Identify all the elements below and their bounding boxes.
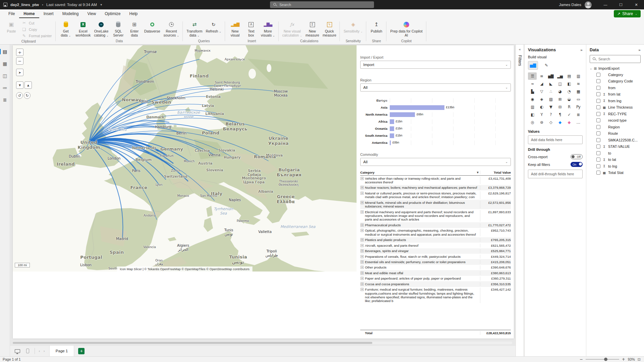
prep-data-for-copilot-button[interactable]: Prep data for CopilotAI [389, 19, 424, 38]
field-checkbox[interactable] [596, 118, 600, 122]
visual-type-icon[interactable]: ≡ [537, 72, 546, 80]
table-row[interactable]: +Other products£390,648,676 [360, 265, 511, 270]
transform-button[interactable]: ⇄Transformdata ⌄ [185, 19, 204, 38]
new-visual-button[interactable]: ƒxNew visualcalculation ⌄ [281, 19, 304, 38]
fields-search-input[interactable] [598, 57, 635, 61]
map-zoom-out-button[interactable]: − [16, 57, 23, 65]
page-tab[interactable]: Page 1 [49, 346, 74, 357]
format-painter-button[interactable]: ✎Format painter [20, 33, 53, 39]
visual-type-icon[interactable]: ∴ [546, 88, 555, 95]
report-page[interactable]: NorwaySwedenFinlandTromsøМурманскАрханге… [13, 45, 514, 339]
keep-all-filters-toggle[interactable]: On [571, 162, 583, 167]
table-row[interactable]: +Preparations of cereals, flour, starch … [360, 254, 511, 259]
global-search[interactable] [270, 1, 374, 8]
visual-type-icon[interactable]: Y [537, 111, 546, 118]
visual-type-icon[interactable]: ◒ [565, 96, 573, 103]
visual-type-icon[interactable]: ▤ [565, 72, 573, 80]
dataverse-button[interactable]: Dataverse [143, 19, 162, 34]
more-button[interactable]: ▂▇▄Morevisuals ⌄ [260, 19, 276, 38]
cut-button[interactable]: ✂Cut [20, 20, 53, 26]
paste-button[interactable]: ▣Paste [4, 19, 19, 34]
visual-type-icon[interactable]: … [574, 119, 583, 126]
table-row[interactable]: +Natural or cultured pearls, precious or… [360, 190, 511, 200]
visual-type-icon[interactable]: ◎ [528, 119, 537, 126]
next-page-chevron[interactable]: › [42, 349, 46, 353]
table-row[interactable]: +Aircraft, spacecraft, and parts thereof… [360, 243, 511, 248]
map-pitch-down-button[interactable]: ▼ [16, 81, 23, 89]
visual-type-icon[interactable]: ◕ [555, 88, 564, 95]
field-row[interactable]: Region [590, 124, 641, 130]
table-row[interactable]: +Beverages, spirits and vinegar£525,884,… [360, 248, 511, 254]
zoom-slider-knob[interactable] [604, 358, 607, 361]
visual-type-icon[interactable]: ▽ [537, 88, 546, 95]
fit-to-page-icon[interactable]: ⊡ [638, 357, 641, 362]
expand-row-icon[interactable]: + [361, 288, 364, 291]
quick-button[interactable]: ϟQuickmeasure [321, 19, 338, 38]
field-row[interactable]: ΣSTAT-VALUE [590, 143, 641, 150]
field-row[interactable]: Σfrom lat [590, 91, 641, 98]
visual-type-icon[interactable]: ◔ [565, 88, 573, 95]
menu-tab-view[interactable]: View [83, 10, 100, 18]
visual-type-icon[interactable]: ≋ [574, 80, 583, 87]
avatar[interactable] [585, 1, 592, 8]
expand-row-icon[interactable]: + [361, 272, 364, 275]
visual-type-icon[interactable]: ◧ [565, 80, 573, 87]
expand-row-icon[interactable]: + [361, 244, 364, 247]
visual-type-icon[interactable]: Py [574, 103, 583, 111]
expand-row-icon[interactable]: + [361, 238, 364, 241]
table-row[interactable]: +Pharmaceutical products£1,770,027,472 [360, 222, 511, 228]
visual-type-icon[interactable]: ≣ [574, 111, 583, 118]
cross-report-toggle[interactable]: Off [571, 154, 583, 159]
table-row[interactable]: +Optical, photographic, cinematographic,… [360, 228, 511, 237]
field-checkbox[interactable] [596, 151, 600, 155]
field-row[interactable]: ΣREC-TYPE [590, 111, 641, 117]
bar-row[interactable]: Asia£13bn [360, 104, 511, 111]
fields-search[interactable] [590, 55, 641, 63]
visual-type-icon[interactable]: ¶ [555, 111, 564, 118]
expand-row-icon[interactable]: + [361, 186, 364, 189]
import-export-dropdown[interactable]: Import⌄ [360, 61, 511, 69]
map-rotate-left-button[interactable]: ↺ [16, 92, 23, 99]
table-row[interactable]: +Furniture; medical and surgical furnitu… [360, 287, 511, 304]
table-row[interactable]: +Essential oils and resinoids; perfumery… [360, 259, 511, 264]
field-checkbox[interactable] [596, 99, 600, 103]
dax-query-view-icon[interactable]: ≔ [1, 84, 9, 92]
map-zoom-in-button[interactable]: + [16, 49, 23, 56]
visual-type-icon[interactable]: ◉ [528, 96, 537, 103]
commodity-dropdown[interactable]: All⌄ [360, 158, 511, 166]
refresh-button[interactable]: ↻Refresh ⌄ [204, 19, 222, 34]
close-button[interactable]: ✕ [629, 0, 644, 9]
visual-type-icon[interactable]: ◆ [555, 119, 564, 126]
table-row[interactable]: +Plastics and plastic products£765,205,3… [360, 237, 511, 243]
field-row[interactable]: ▦Total Stat [590, 170, 641, 176]
new-button[interactable]: ΣNewmeasure [304, 19, 321, 38]
visual-type-icon[interactable]: ▨ [546, 96, 555, 103]
expand-row-icon[interactable]: + [361, 283, 364, 286]
visual-type-icon[interactable]: R [565, 103, 573, 111]
menu-tab-file[interactable]: File [4, 10, 19, 18]
minimize-button[interactable]: — [598, 0, 613, 9]
get-button[interactable]: Getdata ⌄ [58, 19, 73, 38]
visual-type-icon[interactable]: ▅▇ [546, 72, 555, 80]
build-visual-tab[interactable]: ▅▇ [528, 61, 538, 70]
bar-row[interactable]: Africa£1bn [360, 118, 511, 125]
zoom-out-icon[interactable]: − [580, 357, 583, 362]
field-row[interactable]: Σto lat [590, 157, 641, 163]
format-visual-tab[interactable]: ✎ [541, 61, 551, 70]
field-row[interactable]: Σfrom lng [590, 98, 641, 104]
visual-type-icon[interactable]: ▥ [574, 72, 583, 80]
field-row[interactable]: ▦Line Thickness [590, 104, 641, 111]
expand-row-icon[interactable]: + [361, 277, 364, 280]
visual-type-icon[interactable]: ✓ [565, 111, 573, 118]
table-row[interactable]: +Electrical machinery and equipment and … [360, 209, 511, 222]
map-select-tool-button[interactable]: ➤ [16, 69, 23, 76]
expand-row-icon[interactable]: + [361, 255, 364, 258]
recent-button[interactable]: Recentsources ⌄ [162, 19, 180, 38]
field-checkbox[interactable] [596, 138, 600, 142]
visual-type-icon[interactable]: ≈ [528, 80, 537, 87]
drill-through-field-well[interactable]: Add drill-through fields here [528, 170, 583, 178]
visual-type-icon[interactable]: ◧ [528, 111, 537, 118]
visual-type-icon[interactable]: ▥ [528, 103, 537, 111]
expand-row-icon[interactable]: + [361, 266, 364, 269]
visual-type-icon[interactable]: ◈ [537, 96, 546, 103]
